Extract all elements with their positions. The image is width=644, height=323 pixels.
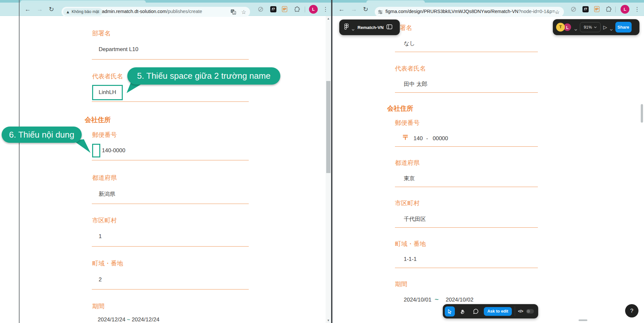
left-address-bar[interactable]: ▲ Không bảo mật admin.rematch.dt-solutio… <box>62 7 250 17</box>
left-active-tab[interactable] <box>20 0 146 3</box>
right-address-bar[interactable]: figma.com/design/PRURS3bkILVmWJQs8DNYwo/… <box>375 7 564 17</box>
field-underline <box>395 268 538 268</box>
help-button[interactable]: ? <box>625 304 638 317</box>
extension-fonts-icon[interactable]: f? <box>582 6 589 12</box>
present-chevron-icon[interactable] <box>610 26 613 28</box>
warning-icon: ▲ <box>66 8 70 16</box>
field-postal-code-label: 郵便番号 <box>92 131 117 139</box>
chevron-down-icon[interactable] <box>352 26 355 28</box>
field-underline <box>395 92 538 93</box>
design-city-value: 千代田区 <box>404 215 426 223</box>
right-active-tab[interactable] <box>366 0 425 3</box>
field-department-name-label: 部署名 <box>92 29 111 38</box>
figma-vertical-scrollbar-thumb[interactable] <box>641 104 643 123</box>
toolbar-separator <box>305 7 305 12</box>
bookmark-star-icon[interactable]: ☆ <box>241 9 248 15</box>
annotation-callout-5: 5. Thiếu space giữa 2 trường name <box>127 67 280 85</box>
sidebar-toggle-icon[interactable] <box>386 24 392 31</box>
present-play-icon[interactable]: ▷ <box>603 24 607 30</box>
reload-button[interactable]: ↻ <box>47 5 56 14</box>
field-department-name-value[interactable]: Department L10 <box>99 46 138 53</box>
hand-tool-button[interactable] <box>458 306 468 316</box>
translate-icon[interactable]: GA <box>230 9 237 15</box>
field-prefecture-value[interactable]: 新潟県 <box>99 190 115 198</box>
security-badge[interactable]: ▲ Không bảo mật <box>63 8 103 16</box>
right-tab-strip <box>332 0 644 3</box>
field-postal-code-value[interactable]: 140-0000 <box>102 147 125 154</box>
field-prefecture-label: 都道府県 <box>92 174 117 182</box>
ask-to-edit-button[interactable]: Ask to edit <box>484 307 512 316</box>
extension-fonts-icon[interactable]: f? <box>270 6 276 12</box>
site-settings-icon[interactable] <box>378 9 384 16</box>
left-browser-toolbar: ← → ↻ ▲ Không bảo mật admin.rematch.dt-s… <box>0 3 331 16</box>
design-postal-code-part1: 140 <box>413 135 423 142</box>
collaborator-avatar-t[interactable]: T <box>556 23 565 32</box>
toolbar-divider <box>515 306 515 316</box>
field-period-value[interactable]: 2024/12/24 ~ 2024/12/24 <box>98 316 160 323</box>
design-period-end: 2024/10/02 <box>446 297 473 303</box>
underlying-window-edge <box>19 0 20 323</box>
design-department-name-value: なし <box>404 40 415 47</box>
extensions-puzzle-icon[interactable] <box>606 6 612 14</box>
figma-horizontal-scrollbar-thumb[interactable] <box>579 319 587 321</box>
dev-mode-code-icon[interactable]: </> <box>518 309 523 314</box>
field-underline <box>92 59 249 60</box>
chrome-profile-avatar[interactable]: L <box>309 5 318 14</box>
dev-mode-toggle[interactable] <box>526 309 534 314</box>
design-period-tilde: ~ <box>435 295 439 303</box>
scroll-down-arrow[interactable]: ▼ <box>326 319 331 322</box>
right-browser-window: ← → ↻ figma.com/design/PRURS3bkILVmWJQs8… <box>332 0 644 323</box>
reload-button[interactable]: ↻ <box>361 5 370 14</box>
security-badge-label: Không bảo mật <box>72 9 99 14</box>
zoom-level-dropdown[interactable]: 91% <box>580 22 601 32</box>
figma-file-name[interactable]: Rematch-VN <box>357 25 384 30</box>
left-browser-window: ← → ↻ ▲ Không bảo mật admin.rematch.dt-s… <box>0 0 331 323</box>
extension-ip-icon[interactable]: IP <box>282 6 287 12</box>
design-street-value: 1-1-1 <box>404 256 417 262</box>
figma-file-toolbar: Rematch-VN <box>339 20 400 35</box>
left-tab-strip <box>0 0 331 3</box>
right-url-text[interactable]: figma.com/design/PRURS3bkILVmWJQs8DNYwo/… <box>385 9 559 14</box>
design-representative-name-label: 代表者氏名 <box>395 64 426 73</box>
comment-tool-button[interactable] <box>471 306 481 316</box>
extension-blocked-icon[interactable] <box>571 6 576 12</box>
field-city-label: 市区町村 <box>92 216 117 225</box>
chrome-profile-avatar[interactable]: L <box>621 5 629 14</box>
extensions-puzzle-icon[interactable] <box>294 6 300 14</box>
scroll-up-arrow[interactable]: ▲ <box>326 17 331 20</box>
move-tool-button[interactable] <box>445 306 455 316</box>
design-postal-code-part2: 00000 <box>433 135 448 142</box>
field-street-label: 町域・番地 <box>92 259 123 268</box>
field-underline <box>395 187 538 187</box>
field-street-value[interactable]: 2 <box>99 276 102 283</box>
back-button[interactable]: ← <box>337 5 346 14</box>
collaborators-chevron-icon[interactable] <box>574 26 577 28</box>
chrome-menu-icon[interactable]: ⋮ <box>634 6 640 13</box>
screenshot-stage: ← → ↻ ▲ Không bảo mật admin.rematch.dt-s… <box>0 0 644 323</box>
left-scrollbar[interactable]: ▲ ▼ <box>326 16 331 323</box>
left-scrollbar-thumb[interactable] <box>326 81 330 173</box>
share-button[interactable]: Share <box>615 22 632 33</box>
annotation-highlight-box-postal <box>92 144 100 157</box>
field-underline <box>92 289 249 289</box>
postal-mark-icon <box>403 134 408 141</box>
extension-ip-icon[interactable]: IP <box>594 6 599 12</box>
design-section-company-address: 会社住所 <box>387 104 413 113</box>
left-url-text[interactable]: admin.rematch.dt-solution.com/publishes/… <box>102 9 202 14</box>
figma-actions-toolbar: T L 91% ▷ Share <box>553 19 639 35</box>
extension-blocked-icon[interactable] <box>258 6 263 12</box>
bookmark-star-icon[interactable]: ☆ <box>555 9 561 15</box>
field-underline <box>395 146 538 147</box>
design-city-label: 市区町村 <box>395 199 420 208</box>
figma-logo-icon[interactable] <box>344 23 349 32</box>
field-underline <box>92 160 249 160</box>
forward-button[interactable]: → <box>349 5 358 14</box>
forward-button[interactable]: → <box>35 5 44 14</box>
figma-canvas[interactable] <box>332 16 644 323</box>
left-page-content: ▲ ▼ <box>0 16 331 323</box>
back-button[interactable]: ← <box>23 5 32 14</box>
svg-text:A: A <box>233 12 235 15</box>
field-city-value[interactable]: 1 <box>99 233 102 240</box>
chrome-menu-icon[interactable]: ⋮ <box>323 6 328 13</box>
toolbar-separator <box>615 7 616 12</box>
